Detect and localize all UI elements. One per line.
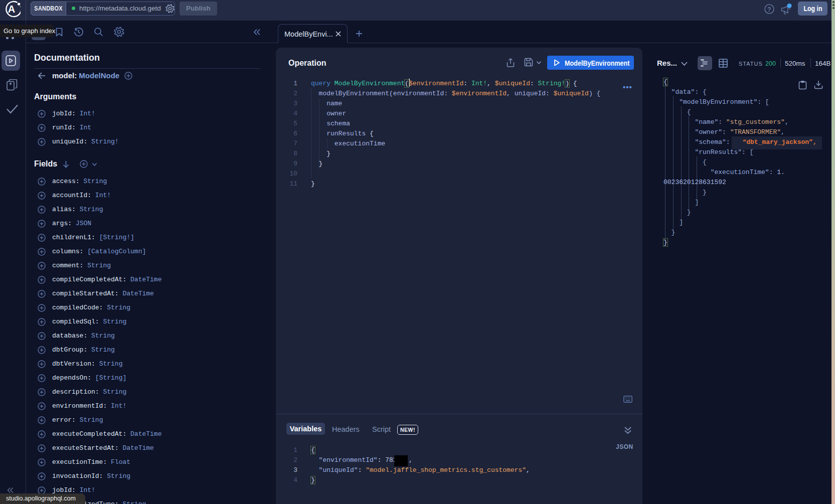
svg-text:?: ? (767, 6, 771, 13)
svg-text:A: A (8, 4, 15, 15)
